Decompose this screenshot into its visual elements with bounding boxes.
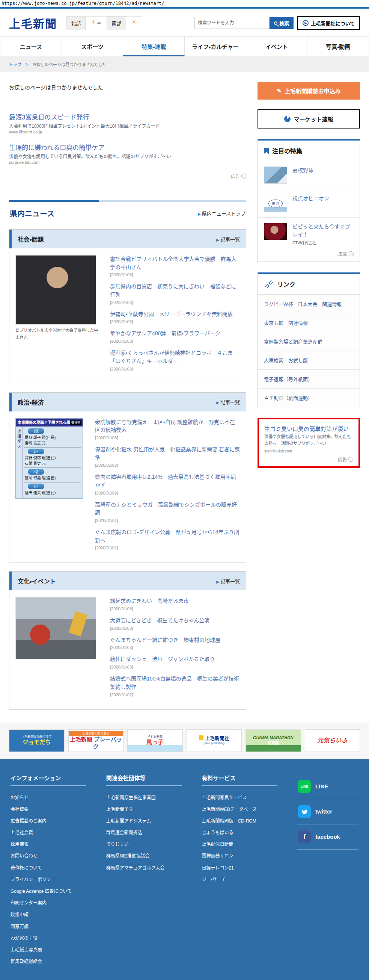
article-row[interactable]: 書評合戦ビブリオバトル全国大学大会で優勝 群馬大学の中山さん [2020/01/…	[110, 255, 240, 277]
footer-link[interactable]: わが家の主役	[11, 933, 93, 944]
footer-link[interactable]: 著作権について	[11, 862, 93, 874]
footer-link[interactable]: 日経テレコン21	[201, 862, 284, 874]
nav-tab-events[interactable]: イベント	[246, 37, 308, 56]
footer-link[interactable]: 上毛新聞WEBデータベース	[201, 804, 284, 815]
link-item[interactable]: 東京五輪 関連情報	[258, 313, 359, 332]
footer-link[interactable]: 広告掲載のご案内	[11, 815, 93, 827]
article-photo[interactable]	[15, 255, 96, 325]
footer-link[interactable]: Google Adsence 広告について	[11, 886, 93, 897]
footer-link[interactable]: 上毛社会賞	[11, 827, 93, 839]
article-list-link[interactable]: ▶記事一覧	[216, 398, 240, 406]
info-icon[interactable]: i	[348, 457, 353, 462]
footer-link[interactable]: 採用情報	[11, 839, 93, 850]
info-icon[interactable]: i	[241, 173, 246, 178]
link-item[interactable]: ラグビーW杯 日本大会 関連情報	[258, 294, 359, 313]
arrow-icon: ▶	[198, 212, 201, 216]
publisher-logo-icon	[199, 735, 203, 740]
site-logo[interactable]: 上毛新聞	[9, 15, 57, 31]
link-item[interactable]: 富岡製糸場と絹産業遺産群	[258, 332, 359, 351]
weather-north-label: 北部	[67, 16, 86, 30]
footer-link[interactable]: 群馬政経懇話会	[11, 956, 93, 967]
election-infographic[interactable]: 本県関係の現職と予想される顔ぶれ敬称略 小選挙区 1区 尾身 朝子 現(自民)宮…	[15, 418, 83, 499]
line-icon: LINE	[298, 780, 311, 793]
footer-link[interactable]: お問い合わせ	[11, 850, 93, 862]
nav-tab-features[interactable]: 特集・連載	[123, 37, 185, 56]
footer-link[interactable]: 群馬県アマチュアゴルフ大会	[106, 862, 188, 874]
footer-link[interactable]: 上毛新聞厚生福祉事業団	[106, 792, 188, 804]
banner-genki-life[interactable]: 元気らいふ	[305, 729, 360, 752]
footer-link[interactable]: 雷神囲碁サロン	[201, 850, 284, 862]
article-row[interactable]: 衆院解散に与野党備え １区・自民 調整難航か 野党は不在区の候補模索 [2020…	[95, 418, 240, 440]
article-row[interactable]: 華やかなアザレア400鉢 前橋・フラワーパーク [2020/01/03]	[110, 329, 240, 344]
facebook-button[interactable]: f facebook	[297, 824, 358, 850]
photo-caption: ビブリオバトルの全国大学大会で優勝した中山さん	[15, 327, 102, 341]
category-card-culture-events: 文化・イベント ▶記事一覧 縁起求めにぎわい 高崎だるま市 [2020/01/0…	[9, 571, 246, 710]
search-input[interactable]	[195, 17, 269, 29]
line-button[interactable]: LINE LINE	[297, 774, 358, 799]
article-row[interactable]: 保湿剤や化粧水 男性用が人気 化粧品業界に新需要 若者に照準 [2020/01/…	[95, 445, 240, 468]
link-item[interactable]: ４７動画（紙面連動）	[258, 388, 359, 407]
footer-link[interactable]: プライバシーポリシー	[11, 874, 93, 886]
article-row[interactable]: 結婚式へ国産絹100%白無垢の逸品 桐生の業者が技術集約し製作 [2020/01…	[110, 675, 240, 697]
nav-tab-life-culture[interactable]: ライフ・カルチャー	[185, 37, 246, 56]
featured-item[interactable]: 視 点 視点オピニオン	[258, 189, 359, 218]
footer-link[interactable]: 上毛新聞ＴＲ	[106, 804, 188, 815]
footer-link[interactable]: 会社概要	[11, 804, 93, 815]
article-row[interactable]: 縁起求めにぎわい 高崎だるま市 [2020/01/03]	[110, 597, 240, 611]
footer-link[interactable]: 上毛新聞縮刷版－CD-ROM－	[201, 815, 284, 827]
article-row[interactable]: 県内の障害者雇用率は2.14% 過去最高も法基づく雇用率届かず [2020/01…	[95, 473, 240, 495]
nav-tab-photo-video[interactable]: 写真・動画	[307, 37, 369, 56]
bookmark-icon	[264, 148, 269, 154]
about-button[interactable]: ▶上毛新聞社について	[297, 16, 360, 30]
article-row[interactable]: 漫画家・くらっぺさんが伊勢崎神社とコラボ ４こま「はぐちさん」キーホルダー [2…	[110, 349, 240, 371]
footer-link[interactable]: 後援申請	[11, 909, 93, 921]
featured-item[interactable]: 高校野球	[258, 161, 359, 189]
footer-link[interactable]: お知らせ	[11, 792, 93, 804]
article-row[interactable]: 群馬県内の百貨店 初売りに大にぎわい 福袋などに行列 [2020/01/03]	[110, 283, 240, 304]
footer-link[interactable]: でりじぇい	[106, 839, 188, 850]
market-report-button[interactable]: マーケット速報	[258, 109, 360, 129]
article-row[interactable]: 大道芸にどきどき 桐生でたけちゃん公演 [2020/01/03]	[110, 617, 240, 630]
footer-link[interactable]: 同窓万歳	[11, 921, 93, 933]
article-row[interactable]: 高崎産のナシとミョウガ 高級路線でシンガポールの販売好調 [2020/01/01…	[95, 501, 240, 523]
text-ad[interactable]: 最短3営業日のスピード発行 入会利用で10000円相当プレゼント1ポイント最大1…	[9, 112, 246, 134]
facebook-icon: f	[298, 830, 311, 843]
banner-playback[interactable]: 上毛新聞で振り返る 上毛新聞 プレーバック	[68, 729, 124, 752]
footer-link[interactable]: 上毛新聞写真サービス	[201, 792, 284, 804]
footer-link[interactable]: じょうもばいる	[201, 827, 284, 839]
banner-jomo-publishing[interactable]: 上毛新聞社 jomo publishing	[187, 729, 242, 752]
nav-tab-sports[interactable]: スポーツ	[62, 37, 124, 56]
twitter-button[interactable]: twitter	[297, 799, 358, 824]
footer-link[interactable]: 印刷センター案内	[11, 897, 93, 909]
subscribe-button[interactable]: ✎上毛新聞購読お申込み	[258, 82, 360, 100]
link-item[interactable]: 電子速報（号外紙面）	[258, 370, 359, 388]
highlighted-ad-box[interactable]: 生ゴミ臭い口臭の簡単対策が凄い 俳優や女優も愛用している口臭対策。飲んだもの勝ち…	[258, 418, 360, 468]
footer-link[interactable]: 群馬県NIE推進協議会	[106, 850, 188, 862]
banner-jomodachi[interactable]: 上毛新聞愛読者クラブ ジョモだち	[9, 729, 65, 752]
footer-heading: 関連会社団体等	[106, 774, 182, 786]
arrow-icon: ▶	[216, 238, 219, 242]
info-icon[interactable]: i	[349, 251, 354, 256]
banner-gunma-marathon[interactable]: GUNMA MARATHON 写真館	[245, 729, 301, 752]
text-ad[interactable]: 生理的に嫌われる口臭の簡単ケア 俳優や女優も愛用している口臭対策。飲んだもの勝ち…	[9, 142, 246, 165]
nav-tab-news[interactable]: ニュース	[0, 37, 62, 56]
featured-ad-item[interactable]: ビビッと来たら今すぐプレイ！ CTW株式会社	[258, 218, 359, 251]
banner-kazakko[interactable]: 子ども新聞 風っ子	[127, 729, 183, 752]
article-list-link[interactable]: ▶記事一覧	[216, 235, 240, 243]
article-photo[interactable]	[15, 597, 96, 659]
footer-link[interactable]: 上毛記念日新聞	[201, 839, 284, 850]
arrow-icon: ▶	[216, 401, 219, 405]
prefecture-news-top-link[interactable]: ▶県内ニューストップ	[198, 210, 245, 217]
article-row[interactable]: 伊勢崎・華蔵寺公園 メリーゴーラウンドを無料開放 [2020/01/03]	[110, 310, 240, 324]
article-list-link[interactable]: ▶記事一覧	[216, 578, 240, 585]
footer-link[interactable]: ジー・サーチ	[201, 874, 284, 886]
search-button[interactable]: 検索	[269, 17, 293, 29]
footer-link[interactable]: 群馬連合新聞折込	[106, 827, 188, 839]
article-row[interactable]: ぐんま広報のロゴ・デザイン公募 県が５月号から14年ぶり刷新へ [2020/01…	[95, 528, 240, 550]
article-row[interactable]: 絵札にダッシュ 渋川 ジャンボかるた取り [2020/01/03]	[110, 655, 240, 669]
article-row[interactable]: ぐんまちゃんと一緒に餅つき 榛東村の地球屋 [2020/01/03]	[110, 636, 240, 650]
link-item[interactable]: 人事検索 お試し版	[258, 351, 359, 370]
footer-link[interactable]: 上毛新聞アドシステム	[106, 815, 188, 827]
footer-link[interactable]: 上毛紙上写真展	[11, 944, 93, 956]
breadcrumb-home-link[interactable]: トップ	[9, 62, 21, 67]
